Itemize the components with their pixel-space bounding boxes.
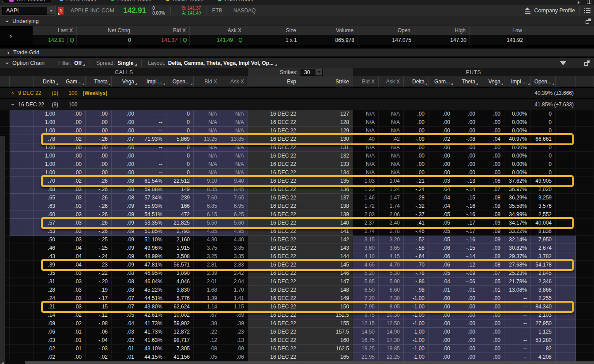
call-delta-147[interactable]: .31 xyxy=(34,278,59,286)
put-open...-140[interactable]: 40,004 xyxy=(531,219,556,227)
call-open...-145[interactable]: 56,571 xyxy=(166,261,194,269)
call-vega-165[interactable]: .01 xyxy=(112,353,138,361)
strike-155[interactable]: 155 xyxy=(300,319,353,328)
strike-150[interactable]: 150 xyxy=(300,303,353,311)
exp-150[interactable]: 16 DEC 22 xyxy=(248,303,300,311)
put-delta-130[interactable]: -.09 xyxy=(404,135,429,143)
call-open...-160[interactable]: 98,717 xyxy=(166,336,194,345)
put-open...-127[interactable]: 0 xyxy=(531,110,556,118)
call-impl-...-150[interactable]: 43.80% xyxy=(138,303,166,311)
strike-134[interactable]: 134 xyxy=(300,169,353,177)
put-bid-x-139[interactable]: 2.03 xyxy=(353,210,379,219)
put-ask-x-144[interactable]: 4.15 xyxy=(379,252,404,261)
put-bid-x-133[interactable]: N/A xyxy=(353,160,379,169)
put-delta-131[interactable]: .00 xyxy=(404,143,429,152)
call-theta-138[interactable]: -.26 xyxy=(86,202,112,210)
strike-162.5[interactable]: 162.5 xyxy=(300,345,353,353)
call-theta-147[interactable]: -.20 xyxy=(86,278,112,286)
call-impl-...-162.5[interactable]: 43.10% xyxy=(138,345,166,353)
put-bid-x-129[interactable]: N/A xyxy=(353,127,379,135)
put-vega-137[interactable]: .08 xyxy=(479,194,504,202)
put-gam...-160[interactable]: .00 xyxy=(429,336,454,345)
put-theta-149[interactable]: .00 xyxy=(454,294,479,303)
call-bid-x-147[interactable]: 2.01 xyxy=(194,278,221,286)
call-impl-...-128[interactable]: -- xyxy=(138,118,166,127)
put-open...-134[interactable]: 0 xyxy=(531,169,556,177)
detach-window-icon[interactable] xyxy=(584,60,590,66)
put-impl-...-152.5[interactable]: -- xyxy=(504,311,531,319)
call-vega-144[interactable]: .09 xyxy=(112,252,138,261)
call-gam...-145[interactable]: .04 xyxy=(59,261,86,269)
underlying-section-header[interactable]: › Underlying xyxy=(0,16,594,26)
put-ask-x-162.5[interactable]: 19.85 xyxy=(379,345,404,353)
call-bid-x-138[interactable]: 6.85 xyxy=(194,202,221,210)
put-impl-...-136[interactable]: 36.97% xyxy=(504,185,531,194)
call-header-gam...[interactable]: Gam... xyxy=(59,76,86,87)
call-gam...-165[interactable]: .00 xyxy=(59,353,86,361)
put-theta-165[interactable]: .00 xyxy=(454,353,479,361)
put-gam...-147[interactable]: .04 xyxy=(429,278,454,286)
exp-149[interactable]: 16 DEC 22 xyxy=(248,294,300,303)
exp-137[interactable]: 16 DEC 22 xyxy=(248,194,300,202)
put-theta-160[interactable]: .00 xyxy=(454,336,479,345)
strike-133[interactable]: 133 xyxy=(300,160,353,169)
put-bid-x-141[interactable]: 2.74 xyxy=(353,227,379,236)
call-delta-138[interactable]: .63 xyxy=(34,202,59,210)
call-ask-x-136[interactable]: 8.45 xyxy=(221,185,248,194)
call-vega-143[interactable]: .09 xyxy=(112,244,138,252)
call-impl-...-140[interactable]: 53.35% xyxy=(138,219,166,227)
put-gam...-133[interactable]: .00 xyxy=(429,160,454,169)
call-ask-x-148[interactable]: 1.70 xyxy=(221,286,248,294)
put-impl-...-134[interactable]: 0.00% xyxy=(504,169,531,177)
call-gam...-140[interactable]: .03 xyxy=(59,219,86,227)
call-delta-157.5[interactable]: .06 xyxy=(34,328,59,336)
call-gam...-136[interactable]: .03 xyxy=(59,185,86,194)
exp-162.5[interactable]: 16 DEC 22 xyxy=(248,345,300,353)
call-gam...-147[interactable]: .03 xyxy=(59,278,86,286)
put-open...-132[interactable]: 0 xyxy=(531,152,556,160)
call-open...-149[interactable]: 5,776 xyxy=(166,294,194,303)
put-delta-137[interactable]: -.28 xyxy=(404,194,429,202)
put-delta-132[interactable]: .00 xyxy=(404,152,429,160)
put-ask-x-135[interactable]: 1.04 xyxy=(379,177,404,185)
call-open...-148[interactable]: 3,830 xyxy=(166,286,194,294)
call-open...-155[interactable]: 59,902 xyxy=(166,319,194,328)
call-open...-138[interactable]: 166 xyxy=(166,202,194,210)
put-ask-x-145[interactable]: 4.70 xyxy=(379,261,404,269)
put-ask-x-137[interactable]: 1.47 xyxy=(379,194,404,202)
call-bid-x-148[interactable]: 1.68 xyxy=(194,286,221,294)
put-impl-...-135[interactable]: 37.62% xyxy=(504,177,531,185)
call-ask-x-143[interactable]: 3.85 xyxy=(221,244,248,252)
strike-131[interactable]: 131 xyxy=(300,143,353,152)
call-open...-130[interactable]: 5,869 xyxy=(166,135,194,143)
put-impl-...-165[interactable]: -- xyxy=(504,353,531,361)
put-ask-x-132[interactable]: N/A xyxy=(379,152,404,160)
put-gam...-134[interactable]: .00 xyxy=(429,169,454,177)
call-gam...-157.5[interactable]: .01 xyxy=(59,328,86,336)
put-impl-...-141[interactable]: 33.22% xyxy=(504,227,531,236)
call-impl-...-132[interactable]: -- xyxy=(138,152,166,160)
call-impl-...-133[interactable]: -- xyxy=(138,160,166,169)
call-vega-147[interactable]: .08 xyxy=(112,278,138,286)
exp-136[interactable]: 16 DEC 22 xyxy=(248,185,300,194)
put-impl-...-139[interactable]: 34.99% xyxy=(504,210,531,219)
put-theta-130[interactable]: -.08 xyxy=(454,135,479,143)
strike-127[interactable]: 127 xyxy=(300,110,353,118)
put-bid-x-155[interactable]: 12.15 xyxy=(353,319,379,328)
call-bid-x-137[interactable]: 7.60 xyxy=(194,194,221,202)
call-ask-x-150[interactable]: 1.15 xyxy=(221,303,248,311)
put-bid-x-142[interactable]: 3.15 xyxy=(353,236,379,244)
call-impl-...-127[interactable]: -- xyxy=(138,110,166,118)
strike-142[interactable]: 142 xyxy=(300,236,353,244)
call-gam...-143[interactable]: .04 xyxy=(59,244,86,252)
call-vega-145[interactable]: .09 xyxy=(112,261,138,269)
call-ask-x-138[interactable]: 6.95 xyxy=(221,202,248,210)
strike-160[interactable]: 160 xyxy=(300,336,353,345)
put-open...-147[interactable]: 2,346 xyxy=(531,278,556,286)
put-delta-143[interactable]: -.58 xyxy=(404,244,429,252)
put-delta-149[interactable]: -1.00 xyxy=(404,294,429,303)
put-vega-155[interactable]: .00 xyxy=(479,319,504,328)
tab-forex-trader[interactable]: Forex Trader xyxy=(53,0,104,4)
put-impl-...-150[interactable]: -- xyxy=(504,303,531,311)
call-ask-x-157.5[interactable]: .23 xyxy=(221,328,248,336)
